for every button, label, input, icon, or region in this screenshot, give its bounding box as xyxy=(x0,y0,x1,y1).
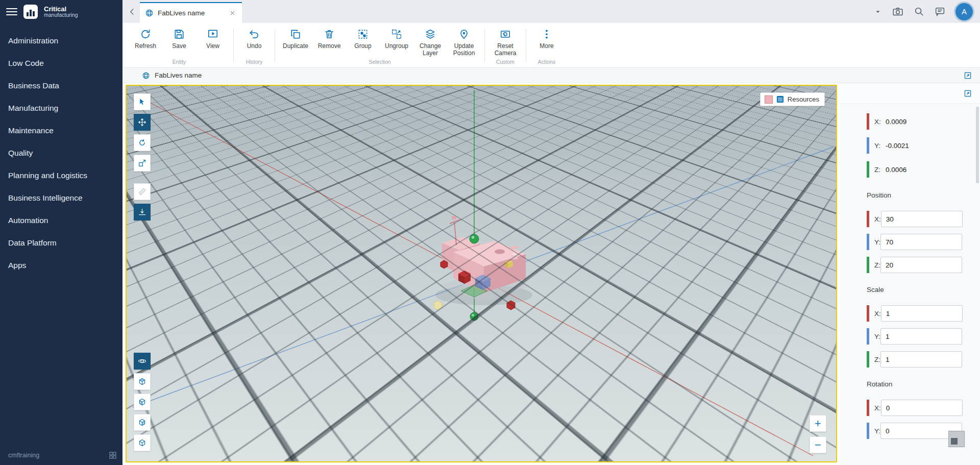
resources-legend[interactable]: Resources xyxy=(760,92,825,106)
snap-ground-tool-button[interactable] xyxy=(134,204,151,221)
coordinate-readout-y: Y: -0.0021 xyxy=(867,136,962,155)
toolbar-separator xyxy=(275,29,275,62)
view-3d-button[interactable] xyxy=(134,434,151,451)
sidebar-footer: cmftraining xyxy=(8,452,116,459)
view-side-button[interactable] xyxy=(134,414,151,431)
toolbar-separator xyxy=(233,29,234,62)
axis-z-color-bar xyxy=(867,351,869,368)
sidebar-item-business-data[interactable]: Business Data xyxy=(0,75,122,97)
tab-title: FabLives name xyxy=(158,9,224,17)
toolbar-group-history: Undo History xyxy=(237,24,271,67)
rotation-x-row: X: xyxy=(867,399,962,417)
toolbar-button-label: View xyxy=(206,43,219,50)
scale-y-input[interactable] xyxy=(880,328,962,345)
field-axis-label: X: xyxy=(874,310,881,317)
sidebar-item-apps[interactable]: Apps xyxy=(0,254,122,277)
field-axis-label: X: xyxy=(874,404,881,412)
ungroup-icon xyxy=(391,29,402,40)
sidebar-item-business-intelligence[interactable]: Business Intelligence xyxy=(0,187,122,209)
remove-button[interactable]: Remove xyxy=(312,24,346,58)
sidebar-item-administration[interactable]: Administration xyxy=(0,30,122,52)
scale-section-title: Scale xyxy=(867,286,962,293)
sidebar-item-quality[interactable]: Quality xyxy=(0,142,122,164)
hamburger-menu-icon[interactable] xyxy=(6,8,17,15)
chat-icon[interactable] xyxy=(935,6,945,17)
position-x-input[interactable] xyxy=(881,211,963,227)
brand-text: Critical manufacturing xyxy=(44,6,78,18)
orbit-tool-button[interactable] xyxy=(134,353,151,370)
scale-tool-button[interactable] xyxy=(134,155,151,172)
sidebar-item-planning-and-logistics[interactable]: Planning and Logistics xyxy=(0,164,122,187)
position-z-input[interactable] xyxy=(880,257,962,273)
toolbar-button-label: Undo xyxy=(247,43,262,50)
position-z-row: Z: xyxy=(867,256,962,274)
view-front-button[interactable] xyxy=(134,394,151,410)
mouse-cursor-artifact xyxy=(948,431,965,447)
save-button[interactable]: Save xyxy=(162,24,196,58)
field-axis-label: Y: xyxy=(874,427,880,435)
user-avatar[interactable]: A xyxy=(955,3,973,20)
version-grid-icon[interactable] xyxy=(109,452,116,459)
coordinate-axis-label: Y: xyxy=(874,142,886,150)
more-button[interactable]: More xyxy=(530,24,564,58)
axis-x-color-bar xyxy=(867,211,869,227)
brand-name-bottom: manufacturing xyxy=(44,12,78,18)
change-layer-button[interactable]: Change Layer xyxy=(413,24,447,58)
select-tool-icon xyxy=(138,97,146,106)
rotate-tool-icon xyxy=(138,138,146,147)
rotation-section-title: Rotation xyxy=(867,380,962,388)
view-button[interactable]: View xyxy=(196,24,230,58)
viewport-tools-bottom xyxy=(134,353,151,455)
search-icon[interactable] xyxy=(914,6,924,17)
sidebar-item-data-platform[interactable]: Data Platform xyxy=(0,232,122,254)
measure-tool-button[interactable] xyxy=(134,183,151,200)
sidebar-item-maintenance[interactable]: Maintenance xyxy=(0,119,122,142)
view-top-icon xyxy=(138,377,146,386)
axis-y-color-bar xyxy=(867,328,869,345)
3d-viewport[interactable]: Resources + − xyxy=(126,85,837,462)
duplicate-button[interactable]: Duplicate xyxy=(279,24,312,58)
axis-y-color-bar xyxy=(867,234,869,250)
expand-icon[interactable] xyxy=(964,71,972,80)
sidebar-item-low-code[interactable]: Low Code xyxy=(0,52,122,75)
group-button[interactable]: Group xyxy=(346,24,380,58)
view-top-button[interactable] xyxy=(134,373,151,390)
sidebar-item-automation[interactable]: Automation xyxy=(0,209,122,232)
sidebar-item-manufacturing[interactable]: Manufacturing xyxy=(0,97,122,119)
reset-camera-button[interactable]: Reset Camera xyxy=(488,24,522,58)
panel-scrollbar-thumb[interactable] xyxy=(976,107,979,183)
rotate-tool-button[interactable] xyxy=(134,134,151,151)
legend-label: Resources xyxy=(788,95,819,103)
toolbar-group-caption: History xyxy=(237,58,271,67)
position-y-input[interactable] xyxy=(880,234,962,250)
zoom-in-button[interactable]: + xyxy=(810,415,826,432)
refresh-button[interactable]: Refresh xyxy=(129,24,162,58)
caret-down-icon[interactable] xyxy=(874,8,882,16)
ungroup-button[interactable]: Ungroup xyxy=(380,24,413,58)
zoom-out-button[interactable]: − xyxy=(810,436,826,453)
3d-scene[interactable] xyxy=(127,86,836,461)
group-icon xyxy=(357,29,369,40)
tabs-back-chevron-icon[interactable] xyxy=(125,0,140,23)
camera-icon[interactable] xyxy=(892,6,903,17)
rotation-x-input[interactable] xyxy=(881,400,963,416)
tab-fablives[interactable]: FabLives name xyxy=(140,2,242,23)
toolbar-button-label: Reset Camera xyxy=(488,43,522,57)
toolbar-button-label: Remove xyxy=(318,43,341,50)
panel-scrollbar[interactable] xyxy=(976,107,979,463)
toolbar-button-label: Change Layer xyxy=(413,43,447,57)
toolbar-group-actions: More Actions xyxy=(530,24,564,67)
select-tool-button[interactable] xyxy=(134,93,151,110)
update-position-button[interactable]: Update Position xyxy=(447,24,481,58)
scale-z-input[interactable] xyxy=(880,351,962,368)
scale-x-input[interactable] xyxy=(881,305,963,322)
expand-panel-icon[interactable] xyxy=(964,89,972,97)
close-icon[interactable] xyxy=(228,9,237,17)
move-tool-button[interactable] xyxy=(134,114,151,131)
coordinate-value: 0.0009 xyxy=(886,118,906,126)
field-axis-label: X: xyxy=(874,215,881,223)
topbar-right-icons: A xyxy=(874,3,980,20)
move-tool-icon xyxy=(138,118,146,127)
reset-camera-icon xyxy=(500,29,511,40)
undo-button[interactable]: Undo xyxy=(237,24,271,58)
